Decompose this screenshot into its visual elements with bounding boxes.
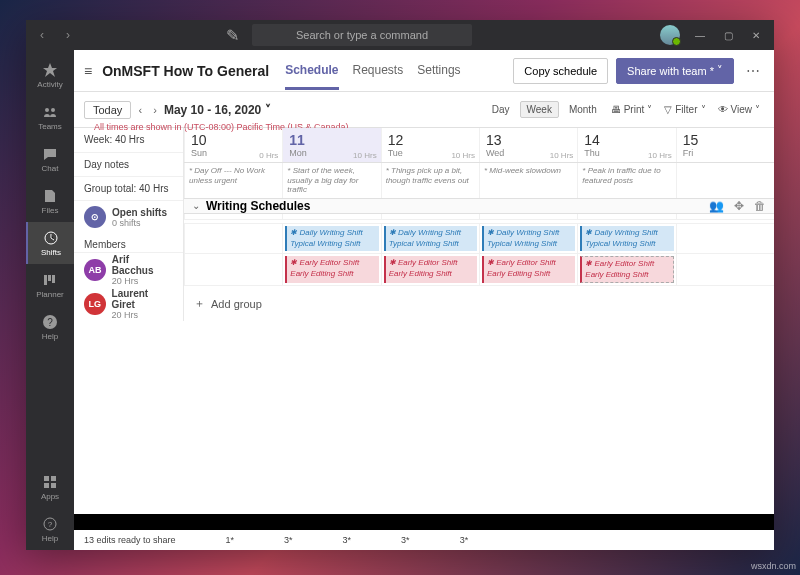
rail-help[interactable]: ?Help — [26, 306, 74, 348]
day-note[interactable]: * Mid-week slowdown — [479, 163, 577, 198]
shift-block[interactable]: ✱ Daily Writing ShiftTypical Writing Shi… — [482, 226, 575, 251]
members-label: Members — [74, 233, 183, 253]
shift-block[interactable]: ✱ Daily Writing ShiftTypical Writing Shi… — [384, 226, 477, 251]
rail-shifts[interactable]: Shifts — [26, 222, 74, 264]
week-hours: Week: 40 Hrs — [74, 128, 183, 153]
filter-button[interactable]: ▽ Filter ˅ — [660, 102, 709, 117]
chevron-down-icon: ⌄ — [192, 200, 200, 211]
shift-block[interactable]: ✱ Early Editor ShiftEarly Editing Shift — [384, 256, 477, 283]
rail-files[interactable]: Files — [26, 180, 74, 222]
tab-schedule[interactable]: Schedule — [285, 53, 338, 90]
day-note[interactable] — [676, 163, 774, 198]
day-note[interactable]: * Peak in traffic due to featured posts — [577, 163, 675, 198]
more-icon[interactable]: ⋯ — [742, 63, 764, 79]
add-group-button[interactable]: ＋Add group — [184, 286, 774, 321]
app-window: ‹ › ✎ Search or type a command — ▢ ✕ Act… — [26, 20, 774, 550]
app-rail: Activity Teams Chat Files Shifts Planner… — [26, 50, 74, 550]
close-button[interactable]: ✕ — [742, 20, 770, 50]
hamburger-icon[interactable]: ≡ — [84, 63, 92, 79]
next-week-button[interactable]: › — [149, 102, 161, 118]
date-toolbar: Today ‹ › May 10 - 16, 2020 ˅ All times … — [74, 92, 774, 128]
maximize-button[interactable]: ▢ — [714, 20, 742, 50]
view-day[interactable]: Day — [486, 102, 516, 117]
compose-icon[interactable]: ✎ — [220, 23, 244, 47]
shift-block[interactable]: ✱ Early Editor ShiftEarly Editing Shift — [482, 256, 575, 283]
day-note[interactable]: * Things pick up a bit, though traffic e… — [381, 163, 479, 198]
rail-planner[interactable]: Planner — [26, 264, 74, 306]
minimize-button[interactable]: — — [686, 20, 714, 50]
print-button[interactable]: 🖶 Print ˅ — [607, 102, 657, 117]
people-icon[interactable]: 👥 — [709, 199, 724, 213]
share-with-team-button[interactable]: Share with team * ˅ — [616, 58, 734, 84]
side-panel: Week: 40 Hrs Day notes Group total: 40 H… — [74, 128, 184, 321]
date-range[interactable]: May 10 - 16, 2020 ˅ — [164, 103, 271, 117]
open-shifts-row[interactable]: ⊙ Open shifts0 shifts — [74, 201, 183, 233]
svg-rect-9 — [51, 476, 56, 481]
today-button[interactable]: Today — [84, 101, 131, 119]
view-week[interactable]: Week — [520, 101, 559, 118]
svg-point-1 — [51, 108, 55, 112]
svg-rect-10 — [44, 483, 49, 488]
svg-rect-8 — [44, 476, 49, 481]
view-month[interactable]: Month — [563, 102, 603, 117]
edits-status: 13 edits ready to share — [84, 535, 176, 545]
avatar: LG — [84, 293, 106, 315]
move-icon[interactable]: ✥ — [734, 199, 744, 213]
svg-text:?: ? — [47, 317, 53, 328]
tab-settings[interactable]: Settings — [417, 53, 460, 89]
nav-back[interactable]: ‹ — [30, 23, 54, 47]
watermark: wsxdn.com — [751, 561, 796, 571]
status-bar: 13 edits ready to share 1* 3* 3* 3* 3* — [74, 530, 774, 550]
page-title: OnMSFT How To General — [102, 63, 269, 79]
svg-rect-4 — [48, 275, 51, 281]
day-note[interactable]: * Start of the week, usually a big day f… — [282, 163, 380, 198]
group-total: Group total: 40 Hrs — [74, 177, 183, 201]
shift-block[interactable]: ✱ Early Editor ShiftEarly Editing Shift — [580, 256, 673, 283]
svg-rect-11 — [51, 483, 56, 488]
rail-help2[interactable]: ?Help — [26, 508, 74, 550]
day-notes-label: Day notes — [74, 153, 183, 177]
day-note[interactable]: * Day Off --- No Work unless urgent — [184, 163, 282, 198]
view-options-button[interactable]: 👁 View ˅ — [714, 102, 765, 117]
svg-text:?: ? — [48, 520, 53, 529]
day-column[interactable]: 12Tue10 Hrs — [381, 128, 479, 162]
page-header: ≡ OnMSFT How To General Schedule Request… — [74, 50, 774, 92]
plus-icon: ＋ — [194, 296, 205, 311]
open-shifts-icon: ⊙ — [84, 206, 106, 228]
svg-rect-3 — [44, 275, 47, 285]
rail-chat[interactable]: Chat — [26, 138, 74, 180]
titlebar: ‹ › ✎ Search or type a command — ▢ ✕ — [26, 20, 774, 50]
gap — [74, 514, 774, 530]
member-laurent[interactable]: LG Laurent Giret20 Hrs — [74, 287, 183, 321]
shift-block[interactable]: ✱ Daily Writing ShiftTypical Writing Shi… — [285, 226, 378, 251]
svg-rect-5 — [52, 275, 55, 283]
search-input[interactable]: Search or type a command — [252, 24, 472, 46]
rail-apps[interactable]: Apps — [26, 466, 74, 508]
schedule-group-header[interactable]: ⌄ Writing Schedules 👥 ✥ 🗑 — [184, 199, 774, 214]
day-column[interactable]: 11Mon10 Hrs — [282, 128, 380, 162]
nav-forward[interactable]: › — [56, 23, 80, 47]
shift-block[interactable]: ✱ Early Editor ShiftEarly Editing Shift — [285, 256, 378, 283]
user-avatar[interactable] — [660, 25, 680, 45]
copy-schedule-button[interactable]: Copy schedule — [513, 58, 608, 84]
delete-icon[interactable]: 🗑 — [754, 199, 766, 213]
svg-point-0 — [45, 108, 49, 112]
avatar: AB — [84, 259, 106, 281]
day-column[interactable]: 15Fri — [676, 128, 774, 162]
tab-requests[interactable]: Requests — [353, 53, 404, 89]
day-column[interactable]: 13Wed10 Hrs — [479, 128, 577, 162]
day-column[interactable]: 10Sun0 Hrs — [184, 128, 282, 162]
rail-teams[interactable]: Teams — [26, 96, 74, 138]
day-column[interactable]: 14Thu10 Hrs — [577, 128, 675, 162]
prev-week-button[interactable]: ‹ — [134, 102, 146, 118]
member-arif[interactable]: AB Arif Bacchus20 Hrs — [74, 253, 183, 287]
rail-activity[interactable]: Activity — [26, 54, 74, 96]
shift-block[interactable]: ✱ Daily Writing ShiftTypical Writing Shi… — [580, 226, 673, 251]
